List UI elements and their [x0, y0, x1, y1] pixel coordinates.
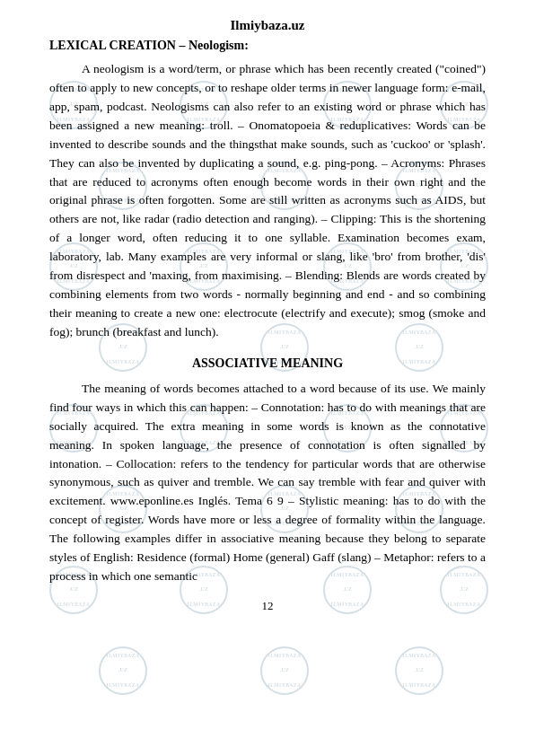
indent-2 [49, 380, 82, 399]
associative-paragraph: The meaning of words becomes attached to… [49, 380, 486, 586]
page-number: 12 [49, 599, 486, 613]
lexical-paragraph: A neologism is a word/term, or phrase wh… [49, 60, 486, 342]
site-title: Ilmiybaza.uz [49, 18, 486, 33]
associative-heading: ASSOCIATIVE MEANING [49, 356, 486, 371]
section-lexical: LEXICAL CREATION – Neologism: A neologis… [49, 39, 486, 342]
indent-1 [49, 60, 82, 79]
section-associative: ASSOCIATIVE MEANING The meaning of words… [49, 356, 486, 586]
lexical-heading: LEXICAL CREATION – Neologism: [49, 39, 486, 53]
page: Ilmiybaza.uz LEXICAL CREATION – Neologis… [0, 0, 535, 756]
